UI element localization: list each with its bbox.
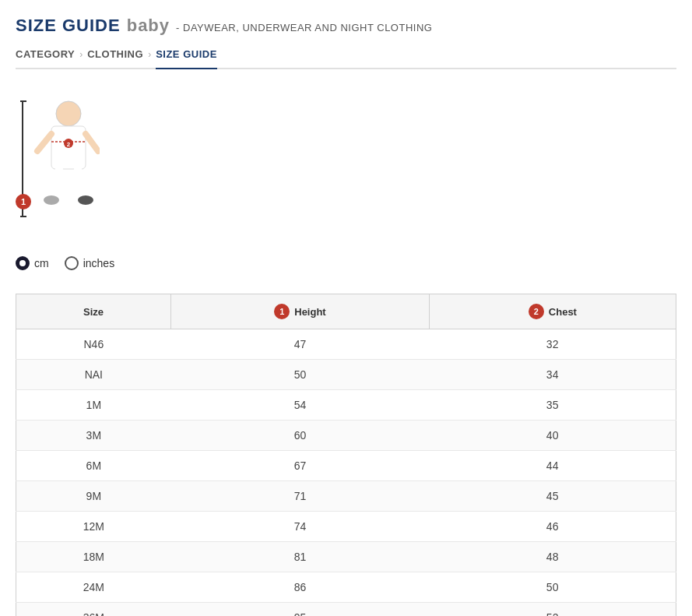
cell-height: 95 — [171, 603, 430, 617]
inches-label: inches — [83, 257, 114, 269]
cell-size: 9M — [16, 481, 171, 512]
cm-option[interactable]: cm — [16, 256, 49, 270]
cell-chest: 35 — [429, 390, 676, 421]
cell-size: N46 — [16, 329, 171, 360]
svg-line-2 — [37, 134, 51, 151]
cell-size: 3M — [16, 421, 171, 451]
table-row: 9M 71 45 — [16, 481, 676, 512]
title-size-guide: SIZE GUIDE — [16, 16, 121, 36]
cell-chest: 45 — [429, 481, 676, 512]
cell-size: 36M — [16, 603, 171, 617]
svg-line-4 — [54, 169, 59, 198]
cell-size: 24M — [16, 572, 171, 603]
cell-height: 86 — [171, 572, 430, 603]
cell-height: 67 — [171, 451, 430, 481]
svg-text:2: 2 — [67, 141, 71, 148]
breadcrumb-clothing[interactable]: CLOTHING — [87, 48, 143, 60]
table-row: 1M 54 35 — [16, 390, 676, 421]
col-chest: 2 Chest — [429, 294, 676, 329]
breadcrumb-size-guide[interactable]: SIZE GUIDE — [156, 48, 217, 69]
cell-chest: 44 — [429, 451, 676, 481]
title-baby: baby — [127, 16, 170, 36]
baby-figure: 1 2 2 — [16, 93, 125, 233]
title-subtitle: - DAYWEAR, UNDERWEAR AND NIGHT CLOTHING — [176, 22, 432, 33]
table-row: NAI 50 34 — [16, 360, 676, 390]
svg-point-6 — [44, 195, 59, 205]
table-row: 24M 86 50 — [16, 572, 676, 603]
badge-chest-col: 2 — [529, 304, 544, 319]
unit-toggle: cm inches — [16, 256, 676, 270]
chevron-right-icon: › — [79, 49, 83, 60]
table-row: 3M 60 40 — [16, 421, 676, 451]
breadcrumb-category[interactable]: CATEGORY — [16, 48, 75, 60]
cell-size: 1M — [16, 390, 171, 421]
cell-size: 18M — [16, 542, 171, 572]
cell-chest: 40 — [429, 421, 676, 451]
cell-height: 74 — [171, 512, 430, 542]
cell-chest: 46 — [429, 512, 676, 542]
cm-label: cm — [34, 257, 49, 269]
chevron-right-icon-2: › — [148, 49, 151, 60]
inches-option[interactable]: inches — [65, 256, 114, 270]
baby-silhouette: 2 — [30, 97, 100, 221]
size-table: Size 1 Height 2 Chest N46 47 — [16, 294, 676, 616]
svg-point-0 — [56, 101, 81, 126]
cell-height: 71 — [171, 481, 430, 512]
cm-radio[interactable] — [16, 256, 30, 270]
cell-height: 47 — [171, 329, 430, 360]
svg-line-3 — [86, 134, 98, 151]
page-wrapper: SIZE GUIDE baby - DAYWEAR, UNDERWEAR AND… — [0, 0, 692, 616]
badge-height-col: 1 — [274, 304, 290, 319]
badge-height: 1 — [16, 194, 31, 209]
cell-height: 81 — [171, 542, 430, 572]
cell-height: 50 — [171, 360, 430, 390]
cell-chest: 34 — [429, 360, 676, 390]
table-row: 6M 67 44 — [16, 451, 676, 481]
table-row: N46 47 32 — [16, 329, 676, 360]
svg-line-5 — [78, 169, 83, 198]
page-title-section: SIZE GUIDE baby - DAYWEAR, UNDERWEAR AND… — [16, 16, 676, 36]
cell-height: 54 — [171, 390, 430, 421]
svg-point-7 — [78, 195, 93, 205]
cell-size: 12M — [16, 512, 171, 542]
cell-chest: 32 — [429, 329, 676, 360]
breadcrumb: CATEGORY › CLOTHING › SIZE GUIDE — [16, 48, 676, 69]
cell-chest: 52 — [429, 603, 676, 617]
cell-chest: 50 — [429, 572, 676, 603]
table-row: 18M 81 48 — [16, 542, 676, 572]
cell-size: NAI — [16, 360, 171, 390]
table-row: 12M 74 46 — [16, 512, 676, 542]
inches-radio[interactable] — [65, 256, 79, 270]
image-section: 1 2 2 — [16, 93, 676, 233]
cell-chest: 48 — [429, 542, 676, 572]
cell-height: 60 — [171, 421, 430, 451]
table-row: 36M 95 52 — [16, 603, 676, 617]
col-size: Size — [16, 294, 171, 329]
cell-size: 6M — [16, 451, 171, 481]
col-height: 1 Height — [171, 294, 430, 329]
